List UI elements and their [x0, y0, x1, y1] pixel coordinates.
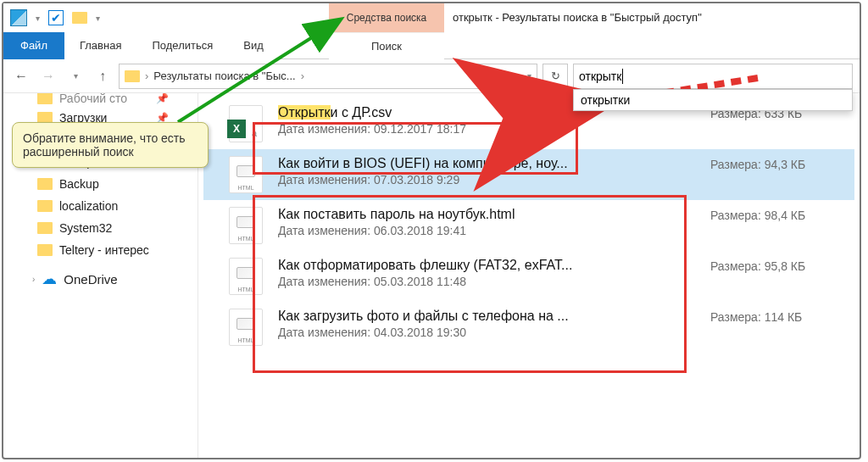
qat-overflow[interactable]: ▾ [96, 14, 100, 23]
file-modified-date: Дата изменения: 07.03.2018 9:29 [278, 173, 695, 186]
file-details: Как отформатировать флешку (FAT32, exFAT… [278, 258, 695, 288]
sidebar-onedrive-label: OneDrive [64, 272, 117, 287]
sidebar-item-label: localization [59, 199, 118, 213]
file-size: Размера: 114 КБ [710, 309, 846, 324]
breadcrumb[interactable]: Результаты поиска в "Быс... [153, 70, 295, 82]
pin-icon: 📌 [156, 156, 169, 168]
file-name: Как отформатировать флешку (FAT32, exFAT… [278, 258, 695, 273]
file-modified-date: Дата изменения: 09.12.2017 18:17 [278, 122, 695, 136]
sidebar-item[interactable]: Teltery - интерес [7, 239, 194, 261]
chevron-right-icon: › [145, 70, 148, 82]
folder-icon [37, 244, 53, 256]
search-tools-contextual-tab: Средства поиска [329, 3, 444, 32]
sidebar-item-label: Рабочий сто [59, 93, 127, 105]
tab-view[interactable]: Вид [228, 32, 279, 59]
chevron-right-icon: › [32, 275, 35, 284]
sidebar-item[interactable]: System32 [7, 217, 194, 239]
quick-access-toolbar: ▾ ✔ ▾ [3, 9, 100, 26]
address-dropdown-icon[interactable]: ▾ [527, 71, 531, 81]
qat-separator: ▾ [36, 14, 40, 23]
search-suggestion[interactable]: открытки [573, 89, 853, 111]
search-result-item[interactable]: HTMLКак отформатировать флешку (FAT32, e… [203, 251, 854, 302]
search-result-item[interactable]: HTMLКак войти в BIOS (UEFI) на компьютер… [203, 149, 854, 200]
properties-icon[interactable]: ✔ [48, 10, 64, 25]
pin-icon: 📌 [156, 93, 169, 104]
excel-file-icon: Xa [229, 105, 263, 142]
file-modified-date: Дата изменения: 04.03.2018 19:30 [278, 326, 695, 339]
sidebar-item[interactable]: Изображени📌 [7, 151, 194, 173]
tab-home[interactable]: Главная [64, 32, 136, 59]
onedrive-icon: ☁ [42, 270, 57, 288]
sidebar-item[interactable]: Backup [7, 173, 194, 195]
html-file-icon: HTML [229, 309, 263, 346]
folder-icon [37, 93, 53, 104]
text-caret [622, 69, 623, 84]
sidebar-item-label: System32 [59, 221, 112, 235]
folder-icon [72, 12, 87, 24]
content-area: Рабочий сто📌Загрузки📌Документы📌Изображен… [3, 93, 860, 458]
search-input[interactable]: открытк открытки [573, 64, 853, 89]
pin-icon: 📌 [156, 112, 169, 124]
file-details: Как загрузить фото и файлы с телефона на… [278, 309, 695, 339]
file-size: Размера: 98,4 КБ [710, 207, 846, 222]
search-result-item[interactable]: HTMLКак поставить пароль на ноутбук.html… [203, 200, 854, 251]
up-button[interactable]: ↑ [92, 65, 114, 87]
file-size: Размера: 95,8 КБ [710, 258, 846, 273]
folder-icon [37, 156, 53, 168]
sidebar-item[interactable]: Документы📌 [7, 129, 194, 151]
tab-share[interactable]: Поделиться [136, 32, 228, 59]
file-details: Как поставить пароль на ноутбук.htmlДата… [278, 207, 695, 237]
forward-button[interactable]: → [37, 65, 59, 87]
file-details: Как войти в BIOS (UEFI) на компьютере, н… [278, 156, 695, 186]
tab-search[interactable]: Поиск [329, 32, 444, 59]
sidebar-item-label: Загрузки [59, 111, 107, 125]
folder-icon [37, 178, 53, 190]
html-file-icon: HTML [229, 258, 263, 295]
folder-icon [37, 222, 53, 234]
navigation-row: ← → ▾ ↑ › Результаты поиска в "Быс... › … [3, 59, 860, 93]
file-name: Как загрузить фото и файлы с телефона на… [278, 309, 695, 324]
explorer-app-icon [10, 9, 27, 26]
search-input-value: открытк [579, 70, 621, 83]
title-bar: ▾ ✔ ▾ Средства поиска открытк - Результа… [3, 3, 860, 32]
file-size: Размера: 94,3 КБ [710, 156, 846, 171]
chevron-right-icon: › [301, 70, 304, 82]
sidebar-item[interactable]: Загрузки📌 [7, 107, 194, 129]
folder-icon [37, 112, 53, 124]
sidebar-item[interactable]: localization [7, 195, 194, 217]
file-modified-date: Дата изменения: 05.03.2018 11:48 [278, 275, 695, 288]
refresh-button[interactable]: ↻ [542, 64, 568, 89]
results-list: XaОткрытки с ДР.csvДата изменения: 09.12… [198, 93, 860, 458]
address-bar[interactable]: › Результаты поиска в "Быс... › ▾ [119, 64, 537, 89]
file-name: Как войти в BIOS (UEFI) на компьютере, н… [278, 156, 695, 171]
explorer-window: ▾ ✔ ▾ Средства поиска открытк - Результа… [2, 2, 861, 459]
window-title: открытк - Результаты поиска в "Быстрый д… [453, 3, 702, 32]
back-button[interactable]: ← [10, 65, 32, 87]
folder-icon [37, 200, 53, 212]
html-file-icon: HTML [229, 207, 263, 244]
tab-file[interactable]: Файл [3, 32, 64, 59]
sidebar-item-label: Teltery - интерес [59, 243, 149, 257]
html-file-icon: HTML [229, 156, 263, 193]
recent-locations-button[interactable]: ▾ [64, 65, 86, 87]
folder-icon [37, 134, 53, 146]
file-modified-date: Дата изменения: 06.03.2018 19:41 [278, 224, 695, 237]
file-name: Как поставить пароль на ноутбук.html [278, 207, 695, 222]
search-result-item[interactable]: HTMLКак загрузить фото и файлы с телефон… [203, 302, 854, 353]
sidebar-item-label: Документы [59, 133, 120, 147]
sidebar-onedrive[interactable]: › ☁ OneDrive [7, 261, 194, 292]
ribbon-tabs: Файл Главная Поделиться Вид Поиск [3, 32, 860, 59]
sidebar-item-label: Backup [59, 177, 99, 191]
navigation-pane: Рабочий сто📌Загрузки📌Документы📌Изображен… [3, 93, 198, 458]
sidebar-item-label: Изображени [59, 155, 127, 169]
folder-icon [125, 70, 140, 82]
pin-icon: 📌 [156, 134, 169, 146]
sidebar-item[interactable]: Рабочий сто📌 [7, 93, 194, 107]
